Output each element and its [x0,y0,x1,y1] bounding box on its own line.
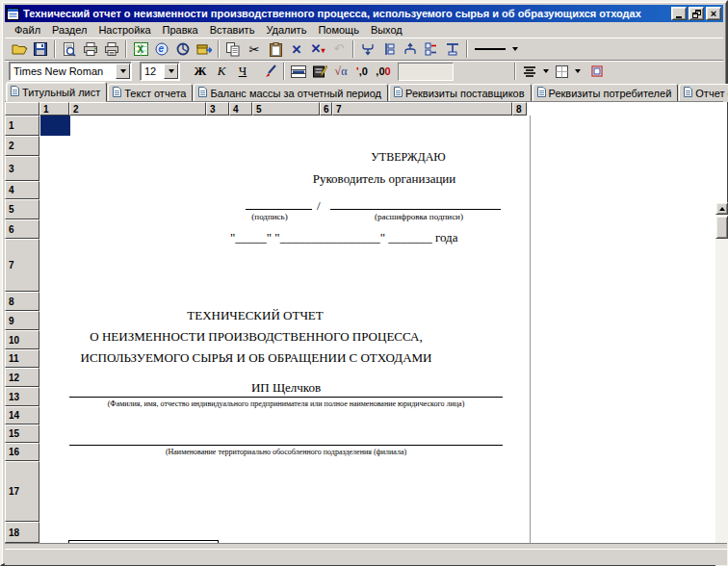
toolbar-separator [283,63,285,80]
menu-item-2[interactable]: Раздел [46,23,92,37]
insert-node-button[interactable] [378,39,400,59]
bold-button[interactable]: Ж [190,62,211,81]
document-icon [684,87,692,99]
paste-button[interactable] [265,39,286,59]
row-header-18[interactable]: 18 [5,522,39,543]
tab-5[interactable]: Реквизиты потребителей [533,84,679,102]
title-bar: Технический отчет о неизменности произво… [5,5,723,22]
minimize-button[interactable] [671,7,687,20]
export-package-icon [196,42,212,56]
column-header-7[interactable]: 7 [332,102,512,116]
row-header-13[interactable]: 13 [5,387,39,406]
formula-button[interactable]: √α [330,62,351,81]
column-header-1[interactable]: 1 [39,102,69,116]
row-header-14[interactable]: 14 [5,406,39,424]
row-header-11[interactable]: 11 [5,349,39,368]
line-style-arrow[interactable] [509,40,520,58]
printer-icon [83,42,98,56]
cell-color-icon [591,65,603,77]
alignment-arrow[interactable] [540,63,551,80]
tab-6[interactable]: Отчет о выполнении плана мероприятий [679,84,728,102]
sheet-corner-cell[interactable] [5,102,39,116]
export-excel-button[interactable]: X [130,39,151,59]
column-header-4[interactable]: 4 [229,102,252,116]
close-button[interactable]: × [706,7,721,20]
tab-3[interactable]: Баланс массы за отчетный период [194,84,388,102]
delete-button[interactable]: ✕ [286,39,307,59]
menu-item-5[interactable]: Вставить [204,23,261,37]
tab-1[interactable]: Титульный лист [6,82,107,102]
copy-button[interactable] [222,39,244,59]
print-copies-button[interactable] [101,39,122,59]
document-page[interactable]: УТВЕРЖДАЮ Руководитель организации / (по… [39,116,681,543]
print-preview-button[interactable] [59,39,80,59]
row-header-10[interactable]: 10 [5,330,39,349]
menu-item-7[interactable]: Помощь [312,23,365,37]
selected-cell[interactable] [40,116,70,136]
save-button[interactable] [30,39,51,59]
alignment-dropdown[interactable] [519,62,551,81]
apply-structure-button[interactable] [442,39,463,59]
menu-item-1[interactable]: Файл [9,23,46,37]
chart-button[interactable] [172,39,194,59]
row-header-3[interactable]: 3 [5,156,39,181]
cell-color-button[interactable] [586,62,608,81]
tab-2[interactable]: Текст отчета [108,84,193,102]
row-header-12[interactable]: 12 [5,368,39,387]
cut-branch-button[interactable] [400,39,421,59]
delete-section-button[interactable]: ✕▾ [307,39,328,59]
increase-decimal-button[interactable]: ',0 [351,62,373,81]
doc-title-line2: О НЕИЗМЕННОСТИ ПРОИЗВОДСТВЕННОГО ПРОЦЕСС… [90,329,422,345]
borders-dropdown[interactable] [551,62,583,81]
document-icon [537,87,546,99]
column-header-6[interactable]: 6 [320,102,332,116]
menu-item-3[interactable]: Настройка [92,23,156,37]
toolbar-separator [218,40,220,58]
print-button[interactable] [80,39,101,59]
row-header-6[interactable]: 6 [5,219,39,239]
font-size-arrow[interactable] [164,64,178,79]
row-header-15[interactable]: 15 [5,424,39,443]
menu-item-4[interactable]: Правка [157,23,204,37]
cut-button[interactable]: ✂ [244,39,265,59]
scrollbar-thumb[interactable] [715,216,728,239]
scroll-up-button[interactable] [715,202,728,215]
chevron-down-icon [543,69,549,73]
format-painter-button[interactable] [259,62,280,81]
export-data-button[interactable] [194,39,215,59]
export-html-button[interactable]: e [151,39,172,59]
row-header-4[interactable]: 4 [5,181,39,199]
borders-arrow[interactable] [572,63,583,80]
tab-4[interactable]: Реквизиты поставщиков [389,84,532,102]
menu-item-6[interactable]: Удалить [260,23,312,37]
column-header-8[interactable]: 8 [512,102,527,116]
row-header-16[interactable]: 16 [5,443,39,461]
column-header-5[interactable]: 5 [252,102,320,116]
decrease-decimal-button[interactable]: ,00 [373,62,394,81]
row-header-2[interactable]: 2 [5,136,39,156]
underline-button[interactable]: Ч [232,62,253,81]
edit-formula-button[interactable] [309,62,330,81]
row-header-17[interactable]: 17 [5,461,39,522]
restore-button[interactable] [689,7,704,20]
branch-line [69,445,503,446]
font-family-arrow[interactable] [116,64,130,79]
column-header-3[interactable]: 3 [206,102,229,116]
menu-item-8[interactable]: Выход [365,23,408,37]
node-properties-button[interactable] [421,39,442,59]
row-header-5[interactable]: 5 [5,199,39,219]
insert-branch-button[interactable] [357,39,378,59]
font-family-select[interactable]: Times New Roman [9,62,132,81]
font-size-select[interactable]: 12 [140,62,180,81]
merge-cells-button[interactable] [288,62,309,81]
row-header-1[interactable]: 1 [5,116,39,136]
row-header-9[interactable]: 9 [5,311,39,330]
open-button[interactable] [9,39,30,59]
italic-button[interactable]: К [211,62,232,81]
doc-branch-caption: (Наименование территориально обособленно… [166,448,406,456]
row-header-7[interactable]: 7 [5,239,39,292]
row-header-8[interactable]: 8 [5,292,39,311]
vertical-scrollbar[interactable] [715,202,728,566]
line-style-dropdown[interactable] [471,40,520,58]
column-header-2[interactable]: 2 [69,102,206,116]
